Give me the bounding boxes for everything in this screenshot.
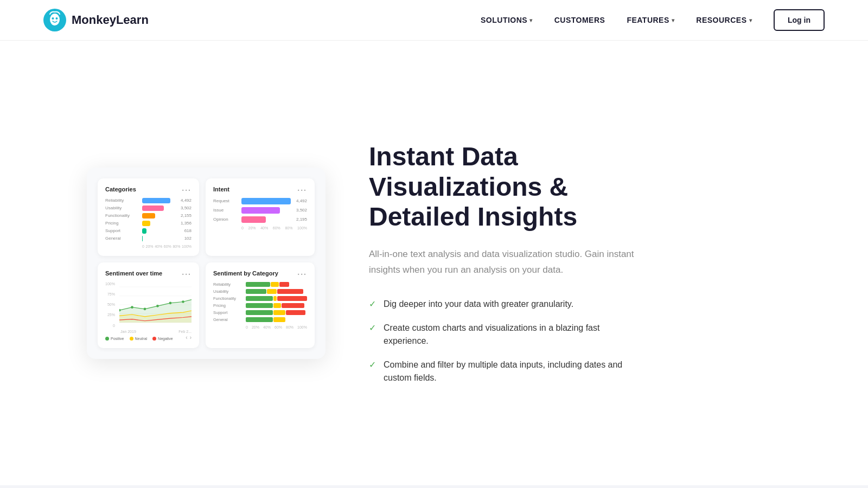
sbc-row-pricing: Pricing 3,234 211 4,533 — [213, 303, 307, 308]
sbc-row-functionality: Functionality 3,234 7,402 — [213, 296, 307, 301]
page-description: All-in-one text analysis and data visual… — [369, 247, 640, 278]
page-title: Instant Data Visualizations & Detailed I… — [369, 142, 640, 232]
sot-x-axis: Jan 2019 Feb 2... — [105, 330, 192, 333]
dashboard-mockup: Categories ··· Reliability 4,492 Usabili… — [87, 168, 326, 359]
main-content: Categories ··· Reliability 4,492 Usabili… — [0, 41, 868, 485]
feature-list: ✓ Dig deeper into your data with greater… — [369, 298, 640, 384]
feature-item-1: ✓ Dig deeper into your data with greater… — [369, 298, 640, 311]
check-icon-3: ✓ — [369, 359, 376, 370]
logo-text: MonkeyLearn — [72, 13, 149, 27]
login-button[interactable]: Log in — [774, 9, 825, 31]
sbc-row-general: General 3,234 462 — [213, 317, 307, 322]
cat-row-functionality: Functionality 2,155 — [105, 213, 192, 219]
sbc-row-usability: Usability 1,234 462 5,733 — [213, 289, 307, 294]
sot-svg — [119, 282, 192, 328]
right-content: Instant Data Visualizations & Detailed I… — [369, 142, 640, 384]
sentiment-by-category-card: Sentiment by Category ··· Reliability 1,… — [206, 262, 315, 348]
sbc-title: Sentiment by Category ··· — [213, 270, 307, 277]
nav-links: SOLUTIONS ▾ CUSTOMERS FEATURES ▾ RESOURC… — [481, 9, 825, 31]
svg-point-15 — [169, 301, 172, 304]
svg-point-1 — [50, 14, 60, 25]
feature-text-1: Dig deeper into your data with greater g… — [384, 298, 573, 311]
feature-item-2: ✓ Create custom charts and visualization… — [369, 322, 640, 348]
nav-solutions[interactable]: SOLUTIONS ▾ — [481, 16, 533, 24]
legend-positive: Positive — [105, 337, 124, 341]
svg-point-3 — [56, 17, 58, 20]
svg-point-16 — [182, 300, 184, 303]
sot-legend: Positive Neutral Negative — [105, 337, 192, 341]
navbar: MonkeyLearn SOLUTIONS ▾ CUSTOMERS FEATUR… — [0, 0, 868, 41]
sot-next-button[interactable]: › — [190, 335, 192, 341]
sentiment-over-time-card: Sentiment over time ··· 100% 75% 50% 25%… — [98, 262, 199, 348]
svg-point-12 — [131, 306, 133, 309]
categories-title: Categories ··· — [105, 186, 192, 192]
check-icon-2: ✓ — [369, 323, 376, 333]
legend-neutral: Neutral — [130, 337, 148, 341]
sbc-row-support: Support 3,234 962 3,121 — [213, 310, 307, 315]
card-menu-icon[interactable]: ··· — [297, 270, 307, 279]
sbc-row-reliability: Reliability 1,234 211 254 — [213, 282, 307, 287]
cat-row-pricing: Pricing 1,356 — [105, 221, 192, 226]
feature-text-3: Combine and filter by multiple data inpu… — [384, 358, 640, 384]
card-menu-icon[interactable]: ··· — [182, 186, 192, 195]
sot-navigation: ‹ › — [186, 335, 192, 341]
intent-row-request: Request 4,492 — [213, 198, 307, 204]
sot-chart-area — [119, 282, 192, 330]
feature-text-2: Create custom charts and visualizations … — [384, 322, 640, 348]
cat-row-general: General 102 — [105, 236, 192, 241]
sot-prev-button[interactable]: ‹ — [186, 335, 187, 341]
bottom-strip — [0, 485, 868, 488]
nav-customers[interactable]: CUSTOMERS — [554, 16, 605, 24]
logo[interactable]: MonkeyLearn — [43, 9, 149, 31]
card-menu-icon[interactable]: ··· — [182, 270, 192, 279]
sot-title: Sentiment over time ··· — [105, 270, 192, 277]
cat-row-reliability: Reliability 4,492 — [105, 198, 192, 203]
card-menu-icon[interactable]: ··· — [297, 186, 307, 195]
check-icon-1: ✓ — [369, 299, 376, 309]
nav-resources[interactable]: RESOURCES ▾ — [696, 16, 752, 24]
intent-row-opinion: Opinion 2,195 — [213, 216, 307, 223]
chevron-down-icon: ▾ — [672, 17, 675, 23]
sot-y-axis: 100% 75% 50% 25% 0 — [105, 282, 115, 328]
logo-icon — [43, 9, 66, 31]
intent-title: Intent ··· — [213, 186, 307, 192]
svg-point-2 — [52, 17, 54, 20]
intent-card: Intent ··· Request 4,492 Issue 3,502 Opi… — [206, 178, 315, 256]
feature-item-3: ✓ Combine and filter by multiple data in… — [369, 358, 640, 384]
intent-row-issue: Issue 3,502 — [213, 207, 307, 214]
cat-row-support: Support 618 — [105, 228, 192, 234]
nav-features[interactable]: FEATURES ▾ — [627, 16, 674, 24]
categories-card: Categories ··· Reliability 4,492 Usabili… — [98, 178, 199, 256]
cat-row-usability: Usability 3,502 — [105, 206, 192, 211]
svg-point-13 — [144, 307, 146, 310]
svg-point-14 — [156, 305, 159, 307]
chevron-down-icon: ▾ — [749, 17, 752, 23]
legend-negative: Negative — [152, 337, 173, 341]
chevron-down-icon: ▾ — [529, 17, 533, 23]
